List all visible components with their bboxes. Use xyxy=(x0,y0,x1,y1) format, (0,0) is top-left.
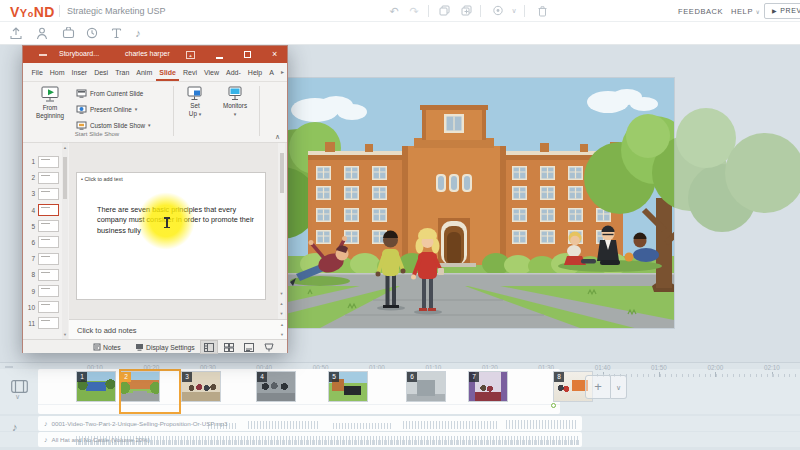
ribbon-tab[interactable]: Anim xyxy=(133,63,156,81)
prop-icon[interactable] xyxy=(60,26,76,42)
timeline: 00:1000:2000:3000:4000:5001:0001:1001:20… xyxy=(0,362,800,450)
notes-scroll-up[interactable]: ▲ xyxy=(280,322,284,327)
ribbon-tab[interactable]: Desi xyxy=(91,63,112,81)
scrollbar-thumb[interactable] xyxy=(63,157,67,199)
slide-mini-thumbnail[interactable] xyxy=(38,204,59,216)
slide-area-scrollbar[interactable]: ▼ ▲ ▼ xyxy=(278,143,285,319)
scrollbar-thumb[interactable] xyxy=(280,153,284,193)
project-title[interactable]: Strategic Marketing USP xyxy=(67,6,166,16)
reading-view-button[interactable] xyxy=(241,341,257,353)
history-clock-icon[interactable] xyxy=(84,26,100,42)
tab-scroll-icon[interactable]: ▸ xyxy=(281,63,284,82)
ribbon-tab[interactable]: Tran xyxy=(112,63,133,81)
preview-button[interactable]: ▶PREVIEW xyxy=(764,3,800,19)
notes-pane[interactable]: Click to add notes ▲ ▼ xyxy=(69,319,287,339)
paste-icon[interactable] xyxy=(458,3,474,19)
notes-toggle[interactable]: Notes xyxy=(93,343,121,351)
ribbon-tab[interactable]: Inser xyxy=(68,63,91,81)
set-up-button[interactable]: Set Up ▾ xyxy=(179,85,211,138)
quick-access-icon[interactable] xyxy=(39,54,47,56)
slide-mini-thumbnail[interactable] xyxy=(38,156,59,168)
slide-panel-scrollbar[interactable]: ▲ ▼ xyxy=(62,143,68,339)
slide-canvas[interactable]: • Click to add text There are seven basi… xyxy=(77,173,265,299)
scene-thumbnail[interactable]: 3 xyxy=(181,371,221,402)
audio-icon[interactable]: ♪ xyxy=(130,26,146,42)
scene-thumbnail[interactable]: 6 xyxy=(406,371,446,402)
audio-track-row[interactable]: ♪0001-Video-Two-Part-2-Unique-Selling-Pr… xyxy=(38,416,582,431)
ppt-account-name[interactable]: charles harper xyxy=(125,50,170,57)
text-tool-icon[interactable] xyxy=(108,26,124,42)
scene-thumbnail[interactable]: 1 xyxy=(76,371,116,402)
slide-editing-area[interactable]: • Click to add text There are seven basi… xyxy=(69,143,287,319)
slide-mini-thumbnail[interactable] xyxy=(38,285,59,297)
slide-mini-thumbnail[interactable] xyxy=(38,172,59,184)
scene-thumbnail[interactable]: 5 xyxy=(328,371,368,402)
notes-icon xyxy=(93,343,101,351)
collapse-ribbon-icon[interactable]: ∧ xyxy=(275,133,280,141)
notes-placeholder[interactable]: Click to add notes xyxy=(77,326,137,335)
ribbon-tab[interactable]: A xyxy=(266,63,278,81)
slide-number: 4 xyxy=(26,207,35,214)
vyond-logo[interactable]: VYoND xyxy=(10,3,55,21)
ribbon-tab[interactable]: Help xyxy=(244,63,265,81)
previous-slide-button[interactable]: ▲ xyxy=(278,299,285,309)
scene-thumbnail[interactable]: 4 xyxy=(256,371,296,402)
ppt-title-bar[interactable]: Storyboard... charles harper ▴ × xyxy=(23,46,287,63)
ribbon-tab[interactable]: Hom xyxy=(46,63,68,81)
normal-view-button[interactable] xyxy=(201,341,217,353)
scroll-down-arrow[interactable]: ▼ xyxy=(278,289,285,299)
maximize-button[interactable] xyxy=(244,51,251,58)
camera-icon[interactable] xyxy=(490,3,506,19)
ribbon-tab[interactable]: Slide xyxy=(156,63,180,81)
from-current-slide-button[interactable]: From Current Slide xyxy=(76,86,143,100)
slide-mini-thumbnail[interactable] xyxy=(38,301,59,313)
scene-thumbnail[interactable]: 7 xyxy=(468,371,508,402)
ribbon-tab[interactable]: Add- xyxy=(223,63,245,81)
slide-number: 5 xyxy=(26,223,35,230)
slideshow-view-button[interactable] xyxy=(261,341,277,353)
character-icon[interactable] xyxy=(34,26,50,42)
ribbon-tab[interactable]: View xyxy=(200,63,222,81)
slide-mini-thumbnail[interactable] xyxy=(38,269,59,281)
video-track[interactable]: 1 2 3 4 5 6 7 8 xyxy=(38,369,560,414)
ribbon-display-options-icon[interactable]: ▴ xyxy=(186,51,195,59)
slide-sorter-view-button[interactable] xyxy=(221,341,237,353)
notes-scroll-down[interactable]: ▼ xyxy=(280,332,284,337)
chevron-down-icon[interactable]: ∨ xyxy=(506,3,522,19)
scroll-up-arrow[interactable]: ▲ xyxy=(62,145,68,150)
selected-scene-outline[interactable] xyxy=(119,369,181,414)
add-scene-dropdown[interactable]: ∨ xyxy=(611,375,627,399)
monitor-icon xyxy=(76,89,87,98)
powerpoint-window[interactable]: Storyboard... charles harper ▴ × FileHom… xyxy=(22,45,288,353)
custom-slide-show-button[interactable]: Custom Slide Show▾ xyxy=(76,118,150,132)
monitors-button[interactable]: Monitors ▾ xyxy=(215,85,255,138)
slide-mini-thumbnail[interactable] xyxy=(38,188,59,200)
slide-mini-thumbnail[interactable] xyxy=(38,220,59,232)
video-track-expand-icon[interactable]: ∨ xyxy=(15,393,20,401)
ribbon-tab[interactable]: Revi xyxy=(179,63,200,81)
scroll-down-arrow[interactable]: ▼ xyxy=(62,332,68,337)
audio-track-icon[interactable]: ♪ xyxy=(12,421,18,433)
upload-icon[interactable] xyxy=(8,26,24,42)
close-button[interactable]: × xyxy=(272,49,277,59)
next-slide-button[interactable]: ▼ xyxy=(278,309,285,319)
slide-mini-thumbnail[interactable] xyxy=(38,236,59,248)
scene-transition-dot[interactable] xyxy=(551,403,556,408)
present-online-button[interactable]: Present Online▾ xyxy=(76,102,137,116)
copy-icon[interactable] xyxy=(436,3,452,19)
timeline-collapse-handle[interactable] xyxy=(5,366,13,368)
redo-icon[interactable]: ↷ xyxy=(406,3,422,19)
add-scene-button[interactable]: + xyxy=(585,375,611,399)
slide-mini-thumbnail[interactable] xyxy=(38,317,59,329)
feedback-link[interactable]: FEEDBACK xyxy=(678,7,723,16)
undo-icon[interactable]: ↶ xyxy=(386,3,402,19)
ribbon-tab[interactable]: File xyxy=(28,63,46,81)
slide-mini-thumbnail[interactable] xyxy=(38,253,59,265)
audio-track-row[interactable]: ♪All Hat and No Cattle (Volume 20%) xyxy=(38,432,582,447)
minimize-button[interactable] xyxy=(216,57,223,59)
display-settings-button[interactable]: Display Settings xyxy=(135,343,195,351)
delete-icon[interactable] xyxy=(534,3,550,19)
offstage-overflow xyxy=(674,78,800,328)
content-placeholder[interactable]: • Click to add text xyxy=(81,176,123,182)
help-menu[interactable]: HELP ∨ xyxy=(731,7,761,16)
